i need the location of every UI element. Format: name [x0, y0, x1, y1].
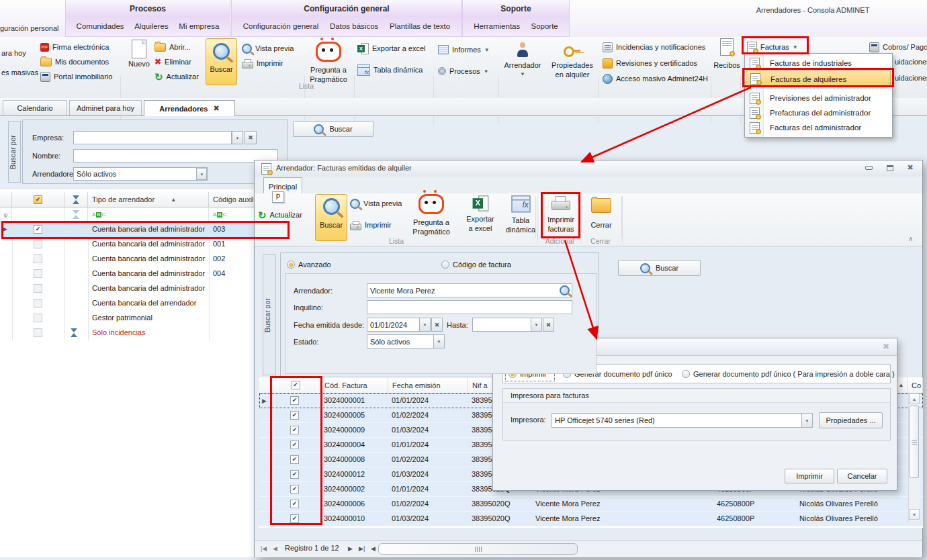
- tab-arrendadores[interactable]: Arrendadores✖: [144, 100, 235, 116]
- dialog-exportar-button[interactable]: Exportara excel: [461, 194, 500, 232]
- next-record-icon[interactable]: ▶: [348, 545, 353, 552]
- table-row[interactable]: 3024000006 01/02/2024 38395020Q Vicente …: [259, 497, 923, 512]
- prev-record-icon[interactable]: ◀: [273, 545, 277, 552]
- dialog-imprimir-button[interactable]: Imprimir: [350, 219, 392, 231]
- empresa-dropdown-button[interactable]: [232, 131, 243, 144]
- collapse-chevron-icon[interactable]: ∧: [908, 235, 913, 242]
- scroll-thumb[interactable]: [910, 406, 919, 478]
- mis-documentos-button[interactable]: Mis documentos: [40, 56, 109, 68]
- row-checkbox[interactable]: [290, 485, 299, 494]
- buscar-por-sidestrip[interactable]: Buscar por: [8, 121, 21, 183]
- row-checkbox[interactable]: [34, 284, 42, 293]
- scroll-left-icon[interactable]: ◀: [371, 545, 376, 552]
- actualizar-button[interactable]: ↻Actualizar: [154, 71, 199, 83]
- impresora-select[interactable]: HP Officejet 5740 series (Red): [551, 413, 802, 428]
- acceso-masivo-button[interactable]: Acceso masivo Adminet24H: [603, 73, 708, 85]
- menu-item-facturas-administrador[interactable]: Facturas del administrador: [746, 120, 891, 135]
- tipo-arrendador-header[interactable]: Tipo de arrendador▲: [88, 192, 209, 207]
- revisiones-button[interactable]: Revisiones y certificados: [603, 57, 697, 69]
- fecha-emision-header[interactable]: Fecha emisión: [388, 377, 468, 393]
- hscrollbar-thumb[interactable]: [378, 543, 578, 555]
- menu-item-prefacturas[interactable]: Prefacturas del administrador: [746, 105, 891, 120]
- grid-vscrollbar[interactable]: ▲ ▼: [908, 393, 920, 521]
- close-icon[interactable]: ✖: [883, 342, 889, 351]
- table-row[interactable]: ▶ Cuenta bancaria del administrador 003: [0, 222, 290, 237]
- arrendador-input[interactable]: Vicente Mora Perez: [367, 283, 572, 297]
- impresora-dropdown[interactable]: [801, 413, 813, 428]
- propiedades-button[interactable]: Propiedades ...: [819, 412, 883, 428]
- dialog-titlebar[interactable]: Arrendador: Facturas emitidas de alquile…: [255, 160, 922, 177]
- row-checkbox[interactable]: [290, 426, 299, 434]
- incidencias-button[interactable]: Incidencias y notificaciones: [603, 41, 705, 53]
- row-checkbox[interactable]: [34, 240, 42, 248]
- row-checkbox[interactable]: [290, 411, 299, 420]
- pregunta-pragmatico-button[interactable]: Pregunta a Pragmático: [308, 37, 349, 83]
- dialog-cerrar-button[interactable]: Cerrar: [582, 194, 621, 229]
- estado-dropdown[interactable]: [433, 334, 445, 348]
- fecha-desde-dropdown[interactable]: [419, 318, 431, 332]
- imprimir-button[interactable]: Imprimir: [242, 57, 283, 69]
- informes-dropdown[interactable]: Informes▼: [438, 44, 490, 56]
- arrendador-lookup-icon[interactable]: [560, 285, 570, 295]
- row-checkbox[interactable]: [34, 269, 42, 278]
- row-checkbox[interactable]: [34, 328, 42, 337]
- portal-inmobiliario-button[interactable]: Portal inmobiliario: [40, 71, 112, 83]
- check-all-header[interactable]: [271, 377, 320, 393]
- tabla-dinamica-button[interactable]: Tabla dinámica: [357, 64, 423, 76]
- empresa-clear-button[interactable]: [245, 131, 257, 144]
- table-row[interactable]: 3024000010 01/03/2024 38395020Q Vicente …: [259, 512, 923, 526]
- table-row[interactable]: Cuenta bancaria del administrador 001: [0, 237, 290, 252]
- recibos-button[interactable]: Recibos: [714, 38, 740, 69]
- hasta-clear[interactable]: [543, 318, 554, 332]
- pdf-doble-cara-radio[interactable]: Generar documento pdf único ( Para impre…: [682, 368, 895, 380]
- cobros-pagos-button[interactable]: Cobros/ Pagos: [869, 41, 927, 53]
- tab-herramientas[interactable]: Herramientas: [474, 22, 520, 30]
- eliminar-button[interactable]: ✖Eliminar: [154, 56, 191, 68]
- exportar-excel-button[interactable]: Exportar a excel: [357, 42, 425, 54]
- row-checkbox[interactable]: [290, 470, 299, 479]
- liquidaciones-p-button[interactable]: uidaciones p: [895, 74, 927, 82]
- row-checkbox[interactable]: [290, 514, 299, 523]
- tab-mi-empresa[interactable]: Mi empresa: [179, 22, 219, 30]
- print-cancelar-button[interactable]: Cancelar: [837, 469, 887, 483]
- dialog-buscar-por-strip[interactable]: Buscar por: [263, 254, 276, 375]
- check-column-header[interactable]: [12, 192, 64, 207]
- close-tab-icon[interactable]: ✖: [213, 104, 219, 113]
- row-checkbox[interactable]: [34, 254, 42, 263]
- row-checkbox[interactable]: [290, 396, 299, 405]
- row-checkbox[interactable]: [34, 314, 42, 322]
- tipo-filter-cell[interactable]: ABC: [88, 207, 209, 222]
- menu-item-previsiones[interactable]: Previsiones del administrador: [746, 91, 891, 105]
- table-row[interactable]: Cuenta bancaria del administrador 002: [0, 252, 290, 267]
- tab-adminet-para-hoy[interactable]: Adminet para hoy: [69, 100, 142, 115]
- cod-factura-header[interactable]: Cód. Factura: [320, 377, 388, 393]
- hasta-dropdown[interactable]: [531, 318, 542, 332]
- abrir-button[interactable]: Abrir...: [154, 41, 191, 53]
- row-checkbox[interactable]: [290, 500, 299, 508]
- dialog-buscar-form-button[interactable]: Buscar: [618, 260, 701, 276]
- table-row[interactable]: Cuenta bancaria del administrador: [0, 281, 290, 296]
- fecha-desde-input[interactable]: 01/01/2024: [367, 318, 420, 332]
- row-checkbox[interactable]: [290, 440, 299, 449]
- procesos-dropdown[interactable]: Procesos▼: [438, 65, 489, 77]
- fecha-desde-clear[interactable]: [431, 318, 443, 332]
- hourglass-filter-cell[interactable]: [64, 207, 88, 222]
- tab-alquileres[interactable]: Alquileres: [134, 22, 169, 30]
- row-checkbox[interactable]: [34, 299, 42, 308]
- close-icon[interactable]: ✖: [904, 162, 916, 172]
- tab-comunidades[interactable]: Comunidades: [77, 22, 124, 30]
- first-record-icon[interactable]: |◀: [261, 545, 267, 552]
- dialog-actualizar-button[interactable]: ↻Actualizar: [258, 209, 302, 221]
- dialog-vista-previa-button[interactable]: Vista previa: [350, 197, 402, 209]
- table-row[interactable]: Cuenta bancaria del administrador 004: [0, 267, 290, 281]
- ribbon-adminet-para-hoy[interactable]: ara hoy: [1, 47, 26, 59]
- imprimir-facturas-button[interactable]: Imprimirfacturas: [541, 194, 580, 233]
- codigo-factura-radio[interactable]: Código de factura: [441, 259, 511, 271]
- ribbon-notificaciones-masivas[interactable]: es masivas: [1, 66, 38, 79]
- menu-item-facturas-alquileres[interactable]: Facturas de alquileres: [746, 71, 891, 87]
- hasta-input[interactable]: [472, 318, 531, 332]
- liquidaciones-button[interactable]: uidaciones: [895, 58, 927, 66]
- estado-select[interactable]: Sólo activos: [367, 334, 434, 348]
- dialog-pregunta-button[interactable]: Pregunta aPragmático: [406, 194, 457, 236]
- menu-item-facturas-industriales[interactable]: Facturas de industriales: [746, 56, 891, 71]
